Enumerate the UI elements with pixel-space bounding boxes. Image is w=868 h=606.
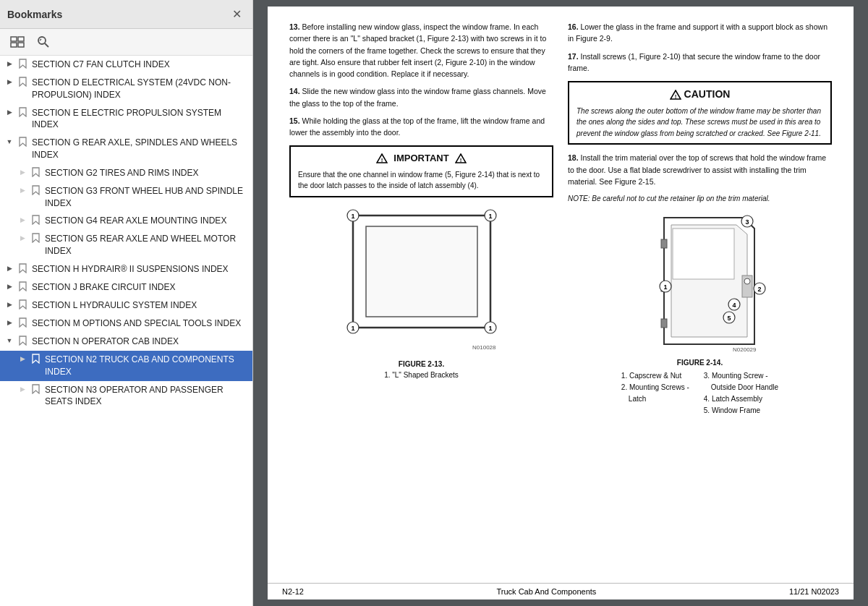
svg-text:!: ! [459,157,461,163]
bookmark-item-section-j[interactable]: ▶SECTION J BRAKE CIRCUIT INDEX [0,278,252,296]
svg-rect-26 [661,239,667,248]
expand-btn-section-n2[interactable]: ▶ [16,355,29,362]
bookmark-icon-section-e [19,107,29,119]
sidebar-header: Bookmarks ✕ [0,0,252,29]
caution-label: CAUTION [684,87,731,103]
svg-text:5: 5 [727,315,731,322]
bookmark-label-section-n2: SECTION N2 TRUCK CAB AND COMPONENTS INDE… [45,354,248,378]
svg-text:1: 1 [488,325,492,332]
step-16: 16. Lower the glass in the frame and sup… [568,21,832,45]
figure-14-part-1: 1. Capscrew & Nut [621,370,689,382]
step-14-text: Slide the new window glass into the wind… [289,87,546,107]
figure-14-part-4: 4. Latch Assembly [704,393,778,405]
bookmark-label-section-n: SECTION N OPERATOR CAB INDEX [32,336,182,348]
expand-btn-section-e[interactable]: ▶ [3,108,16,116]
expand-btn-section-j[interactable]: ▶ [3,283,16,290]
expand-btn-section-g2[interactable]: ▶ [16,168,29,176]
bookmark-label-section-g4: SECTION G4 REAR AXLE MOUNTING INDEX [45,215,229,227]
expand-btn-section-g5[interactable]: ▶ [16,234,29,242]
bookmark-icon-section-g4 [32,215,42,227]
step-15-num: 15. [289,116,300,125]
bookmark-item-section-c7[interactable]: ▶SECTION C7 FAN CLUTCH INDEX [0,56,252,74]
figure-14-part-3b: Outside Door Handle [704,382,778,393]
svg-rect-1 [18,37,24,41]
important-title: ! IMPORTANT ! [298,151,545,166]
bookmark-label-section-m: SECTION M OPTIONS AND SPECIAL TOOLS INDE… [32,317,244,330]
bookmark-label-section-j: SECTION J BRAKE CIRCUIT INDEX [32,281,178,294]
sidebar-title: Bookmarks [7,9,62,20]
bookmark-icon-section-c7 [19,59,29,71]
bookmark-item-section-n3[interactable]: ▶SECTION N3 OPERATOR AND PASSENGER SEATS… [0,381,252,411]
expand-btn-section-c7[interactable]: ▶ [3,60,16,67]
expand-btn-section-g3[interactable]: ▶ [16,187,29,194]
expand-btn-section-n3[interactable]: ▶ [16,385,29,393]
bookmark-item-section-g4[interactable]: ▶SECTION G4 REAR AXLE MOUNTING INDEX [0,212,252,230]
svg-text:2: 2 [757,286,761,293]
bookmark-item-section-g2[interactable]: ▶SECTION G2 TIRES AND RIMS INDEX [0,164,252,182]
caution-text: The screws along the outer bottom of the… [576,106,823,140]
bookmark-item-section-d[interactable]: ▶SECTION D ELECTRICAL SYSTEM (24VDC NON-… [0,74,252,104]
step-13: 13. Before installing new window glass, … [289,21,553,80]
caution-warning-icon: ! [670,90,681,100]
bookmark-item-section-g[interactable]: ▼SECTION G REAR AXLE, SPINDLES AND WHEEL… [0,134,252,164]
figure-14-part-3: 3. Mounting Screw - [704,370,778,382]
bookmark-item-section-g5[interactable]: ▶SECTION G5 REAR AXLE AND WHEEL MOTOR IN… [0,230,252,260]
figure-13-caption: 1. "L" Shaped Brackets [384,370,459,381]
figure-14-parts-left: 1. Capscrew & Nut 2. Mounting Screws - L… [621,370,689,417]
sidebar-view-button[interactable] [6,33,29,51]
caution-box: ! CAUTION The screws along the outer bot… [568,81,832,145]
bookmark-item-section-n2[interactable]: ▶SECTION N2 TRUCK CAB AND COMPONENTS IND… [0,351,252,381]
footer-revision: 11/21 N02023 [789,587,839,596]
expand-btn-section-d[interactable]: ▶ [3,78,16,85]
expand-btn-section-n[interactable]: ▼ [3,337,16,344]
svg-text:!: ! [674,93,676,99]
sidebar-search-button[interactable] [33,33,54,51]
bookmark-item-section-l[interactable]: ▶SECTION L HYDRAULIC SYSTEM INDEX [0,296,252,315]
bookmark-item-section-h[interactable]: ▶SECTION H HYDRAIR® II SUSPENSIONS INDEX [0,260,252,278]
svg-text:1: 1 [663,283,667,291]
search-icon [37,35,50,48]
svg-rect-2 [11,43,17,47]
bookmark-item-section-n[interactable]: ▼SECTION N OPERATOR CAB INDEX [0,333,252,351]
expand-btn-section-g4[interactable]: ▶ [16,216,29,223]
bookmark-icon-section-g2 [32,167,42,179]
step-18-num: 18. [568,153,579,162]
step-15: 15. While holding the glass at the top o… [289,115,553,139]
step-17-num: 17. [568,52,579,61]
note-text: NOTE: Be careful not to cut the retainer… [568,193,832,205]
bookmark-icon-section-n [19,336,29,348]
bookmark-icon-section-g3 [32,185,42,197]
bookmark-label-section-g3: SECTION G3 FRONT WHEEL HUB AND SPINDLE I… [45,185,248,210]
step-14: 14. Slide the new window glass into the … [289,85,553,109]
step-13-num: 13. [289,22,300,31]
bookmark-label-section-g2: SECTION G2 TIRES AND RIMS INDEX [45,167,201,179]
bookmark-list: ▶SECTION C7 FAN CLUTCH INDEX▶SECTION D E… [0,56,252,606]
svg-rect-25 [673,229,734,279]
sidebar-toolbar [0,29,252,56]
expand-btn-section-g[interactable]: ▼ [3,138,16,145]
figure-13-area: 1 1 1 1 N010028 FIGURE 2-13. 1 [289,205,553,381]
figure-14-svg: 3 2 1 4 5 N020029 [621,210,780,355]
svg-text:!: ! [381,157,383,163]
svg-line-5 [45,43,48,47]
warning-right-icon: ! [455,153,467,163]
svg-rect-28 [661,319,667,328]
bookmark-label-section-d: SECTION D ELECTRICAL SYSTEM (24VDC NON-P… [32,77,248,101]
bookmark-icon-section-l [19,299,29,312]
expand-btn-section-l[interactable]: ▶ [3,301,16,308]
close-button[interactable]: ✕ [229,6,245,22]
bookmark-label-section-e: SECTION E ELECTRIC PROPULSION SYSTEM IND… [32,107,248,132]
bookmark-label-section-h: SECTION H HYDRAIR® II SUSPENSIONS INDEX [32,263,231,276]
figure-14-part-2: 2. Mounting Screws - [621,382,689,393]
bookmark-item-section-m[interactable]: ▶SECTION M OPTIONS AND SPECIAL TOOLS IND… [0,315,252,333]
expand-btn-section-m[interactable]: ▶ [3,319,16,326]
bookmark-item-section-g3[interactable]: ▶SECTION G3 FRONT WHEEL HUB AND SPINDLE … [0,182,252,213]
bookmark-item-section-e[interactable]: ▶SECTION E ELECTRIC PROPULSION SYSTEM IN… [0,104,252,135]
warning-left-icon: ! [376,153,388,163]
bookmark-icon-section-j [19,281,29,294]
grid-view-icon [10,36,25,48]
expand-btn-section-h[interactable]: ▶ [3,265,16,272]
figure-14-part-2b: Latch [621,393,689,405]
step-17-text: Install screws (1, Figure 2-10) that sec… [568,52,820,72]
bookmark-icon-section-g5 [32,233,42,245]
